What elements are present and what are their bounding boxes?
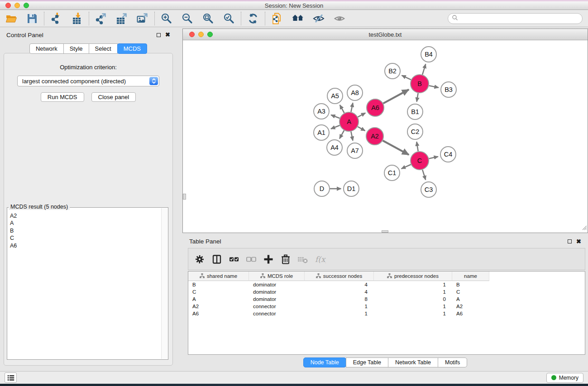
memory-button[interactable]: Memory — [546, 373, 583, 383]
edge-B-B1[interactable] — [417, 93, 418, 102]
cell-name[interactable]: C — [452, 289, 489, 295]
tab-style[interactable]: Style — [63, 43, 89, 54]
eye-icon[interactable] — [334, 13, 345, 24]
result-item[interactable]: A6 — [10, 242, 161, 249]
float-panel-icon[interactable] — [157, 33, 161, 37]
app-titlebar[interactable]: Session: New Session — [0, 1, 588, 10]
tab-motifs[interactable]: Motifs — [438, 357, 467, 367]
cell-MCDS-role[interactable]: dominator — [249, 296, 305, 302]
edge-C-C3[interactable] — [422, 170, 425, 180]
cell-predecessor-nodes[interactable]: 1 — [374, 282, 452, 287]
edge-A-A2[interactable] — [358, 127, 365, 131]
edge-A2-C[interactable] — [383, 141, 409, 155]
column-header-name[interactable]: name — [452, 272, 489, 281]
cell-shared-name[interactable]: B — [188, 282, 249, 287]
cell-shared-name[interactable]: A — [188, 296, 249, 302]
table-row[interactable]: A6connector11A6 — [188, 310, 585, 317]
cell-predecessor-nodes[interactable]: 1 — [374, 289, 452, 295]
checked-boxes-icon[interactable] — [228, 253, 240, 265]
edge-B-B2[interactable] — [402, 76, 411, 80]
close-panel-icon[interactable]: ✖ — [165, 33, 170, 37]
tab-network-table[interactable]: Network Table — [388, 357, 438, 367]
cell-shared-name[interactable]: A6 — [188, 311, 249, 316]
result-item[interactable]: C — [10, 234, 161, 242]
cell-predecessor-nodes[interactable]: 1 — [374, 311, 452, 316]
cell-MCDS-role[interactable]: dominator — [249, 289, 305, 295]
edge-C-C4[interactable] — [429, 157, 438, 159]
tab-node-table[interactable]: Node Table — [303, 357, 346, 367]
export-network-icon[interactable] — [95, 13, 107, 24]
table-row[interactable]: Adominator80A — [188, 295, 585, 303]
dropdown-stepper-icon[interactable] — [149, 77, 158, 85]
network-canvas[interactable]: B4B2BB3A8A5A6A3B1AC2A1A2A4A7C4CC1DD1C3 — [183, 40, 588, 233]
cell-successor-nodes[interactable]: 1 — [305, 304, 374, 309]
houses-icon[interactable] — [292, 13, 304, 24]
edge-A6-B[interactable] — [383, 90, 409, 104]
cell-MCDS-role[interactable]: dominator — [249, 282, 305, 287]
column-header-successor-nodes[interactable]: successor nodes — [305, 272, 374, 281]
import-network-icon[interactable] — [50, 13, 62, 24]
result-item[interactable]: B — [10, 227, 161, 234]
task-list-button[interactable] — [5, 372, 17, 383]
cell-name[interactable]: B — [452, 282, 489, 287]
edge-A-A5[interactable] — [340, 105, 344, 113]
cell-shared-name[interactable]: A2 — [188, 304, 249, 309]
zoom-fit-icon[interactable] — [202, 13, 214, 24]
edge-A-A1[interactable] — [331, 125, 339, 129]
cell-successor-nodes[interactable]: 1 — [305, 311, 374, 316]
float-table-panel-icon[interactable] — [568, 239, 572, 243]
run-mcds-button[interactable]: Run MCDS — [41, 92, 84, 102]
result-scrollbar[interactable] — [161, 208, 167, 359]
network-window-titlebar[interactable]: testGlobe.txt — [183, 29, 588, 40]
bottom-splitter-handle[interactable] — [382, 230, 388, 233]
cell-predecessor-nodes[interactable]: 0 — [374, 296, 452, 302]
new-network-doc-icon[interactable] — [271, 13, 283, 24]
table-row[interactable]: Cdominator41C — [188, 288, 585, 295]
resize-grip-icon[interactable] — [581, 224, 587, 232]
edge-A-A6[interactable] — [358, 113, 365, 117]
close-table-panel-icon[interactable]: ✖ — [576, 239, 581, 244]
plus-icon[interactable] — [263, 253, 274, 265]
mcds-result-list[interactable]: A2ABCA6 — [8, 209, 161, 358]
search-field[interactable] — [448, 13, 583, 24]
result-item[interactable]: A — [10, 219, 161, 227]
column-header-predecessor-nodes[interactable]: predecessor nodes — [374, 272, 452, 281]
zoom-selected-icon[interactable] — [223, 13, 235, 24]
close-panel-button[interactable]: Close panel — [91, 92, 136, 102]
tab-select[interactable]: Select — [89, 43, 118, 54]
export-image-icon[interactable] — [137, 13, 148, 24]
edge-A-A3[interactable] — [331, 115, 339, 118]
edge-A-A8[interactable] — [351, 103, 353, 112]
edge-A-A7[interactable] — [351, 132, 353, 141]
unchecked-boxes-icon[interactable] — [245, 253, 257, 265]
refresh-icon[interactable] — [247, 13, 259, 24]
network-graph[interactable]: B4B2BB3A8A5A6A3B1AC2A1A2A4A7C4CC1DD1C3 — [183, 40, 588, 233]
cell-successor-nodes[interactable]: 4 — [305, 289, 374, 295]
slashed-eye-icon[interactable] — [313, 13, 325, 24]
cell-successor-nodes[interactable]: 4 — [305, 282, 374, 287]
cell-MCDS-role[interactable]: connector — [249, 304, 305, 309]
cell-successor-nodes[interactable]: 8 — [305, 296, 374, 302]
cell-name[interactable]: A2 — [452, 304, 489, 309]
zoom-out-icon[interactable] — [182, 13, 193, 24]
columns-icon[interactable] — [211, 253, 223, 265]
table-row[interactable]: Bdominator41B — [188, 281, 585, 288]
node-table[interactable]: shared nameMCDS rolesuccessor nodesprede… — [188, 271, 585, 355]
open-folder-icon[interactable] — [5, 13, 17, 24]
tab-network[interactable]: Network — [29, 43, 64, 54]
edge-A-A4[interactable] — [339, 130, 344, 138]
column-header-MCDS-role[interactable]: MCDS role — [249, 272, 305, 281]
cell-shared-name[interactable]: C — [188, 289, 249, 295]
result-item[interactable]: A2 — [10, 212, 161, 219]
gear-icon[interactable] — [194, 253, 206, 265]
cell-name[interactable]: A6 — [452, 311, 489, 316]
edge-C-C1[interactable] — [402, 164, 411, 168]
criterion-dropdown[interactable]: largest connected component (directed) — [17, 76, 159, 86]
cell-MCDS-role[interactable]: connector — [249, 311, 305, 316]
zoom-in-icon[interactable] — [161, 13, 172, 24]
edge-C-C2[interactable] — [416, 142, 418, 151]
tab-edge-table[interactable]: Edge Table — [346, 357, 388, 367]
cell-predecessor-nodes[interactable]: 1 — [374, 304, 452, 309]
import-table-icon[interactable] — [71, 13, 83, 24]
search-input[interactable] — [458, 15, 578, 22]
